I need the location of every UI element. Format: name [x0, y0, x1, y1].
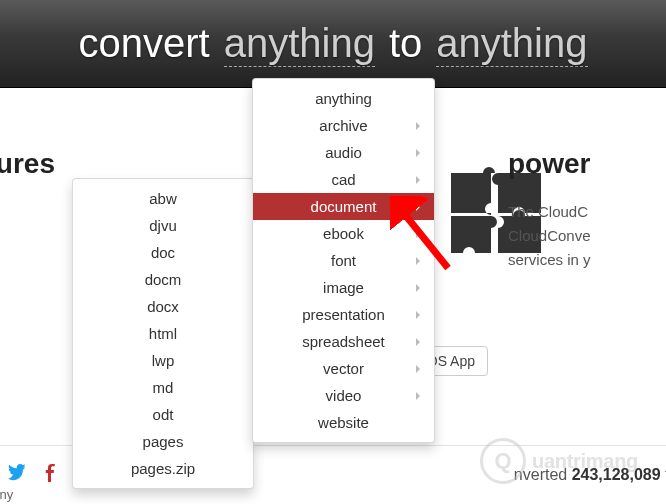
category-item-video[interactable]: video — [253, 382, 434, 409]
format-item-pages-zip[interactable]: pages.zip — [73, 455, 253, 482]
header-bar: convert anything to anything — [0, 0, 666, 88]
category-item-image[interactable]: image — [253, 274, 434, 301]
stats-number: 243,128,089 — [572, 466, 661, 483]
category-item-audio[interactable]: audio — [253, 139, 434, 166]
format-item-lwp[interactable]: lwp — [73, 347, 253, 374]
format-item-docm[interactable]: docm — [73, 266, 253, 293]
format-item-djvu[interactable]: djvu — [73, 212, 253, 239]
stats-suffix: files v — [661, 466, 666, 483]
format-item-odt[interactable]: odt — [73, 401, 253, 428]
format-item-pages[interactable]: pages — [73, 428, 253, 455]
header-word-convert: convert — [79, 21, 210, 66]
format-item-md[interactable]: md — [73, 374, 253, 401]
format-item-abw[interactable]: abw — [73, 185, 253, 212]
header-keyword-from[interactable]: anything — [224, 21, 375, 67]
category-item-anything[interactable]: anything — [253, 85, 434, 112]
category-item-cad[interactable]: cad — [253, 166, 434, 193]
social-links — [8, 464, 60, 486]
feature-right-title: power — [508, 148, 666, 180]
feature-right-body: The CloudC CloudConve services in y — [508, 200, 666, 272]
header-word-to: to — [389, 21, 422, 66]
category-item-archive[interactable]: archive — [253, 112, 434, 139]
footer-germany: ermany — [0, 487, 13, 502]
category-item-presentation[interactable]: presentation — [253, 301, 434, 328]
format-item-doc[interactable]: doc — [73, 239, 253, 266]
category-item-ebook[interactable]: ebook — [253, 220, 434, 247]
facebook-icon[interactable] — [42, 464, 60, 486]
format-item-html[interactable]: html — [73, 320, 253, 347]
category-item-font[interactable]: font — [253, 247, 434, 274]
format-submenu[interactable]: abwdjvudocdocmdocxhtmllwpmdodtpagespages… — [72, 178, 254, 489]
category-item-spreadsheet[interactable]: spreadsheet — [253, 328, 434, 355]
category-item-document[interactable]: document — [253, 193, 434, 220]
footer-stats: nverted 243,128,089 files v — [514, 466, 666, 484]
feature-left-title: ced features — [0, 148, 110, 180]
header-keyword-to[interactable]: anything — [436, 21, 587, 67]
twitter-icon[interactable] — [8, 464, 26, 486]
category-menu[interactable]: anythingarchiveaudiocaddocumentebookfont… — [252, 78, 435, 443]
stats-prefix: nverted — [514, 466, 572, 483]
category-item-vector[interactable]: vector — [253, 355, 434, 382]
format-item-docx[interactable]: docx — [73, 293, 253, 320]
feature-right: power The CloudC CloudConve services in … — [508, 148, 666, 272]
category-item-website[interactable]: website — [253, 409, 434, 436]
